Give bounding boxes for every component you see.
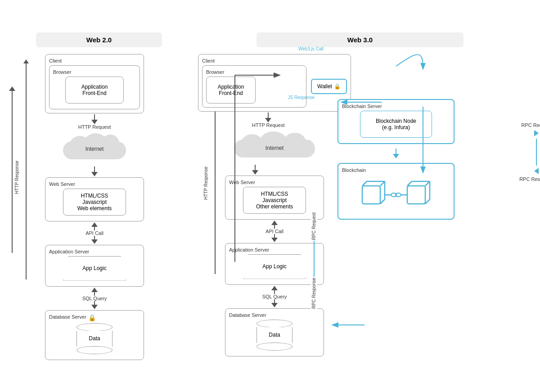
web2-internet-cloud: Internet: [63, 132, 126, 164]
blockchain-svg: [360, 179, 432, 211]
web3-title: Web 3.0: [256, 32, 464, 47]
web2-client-box: Client Browser ApplicationFront-End: [45, 54, 144, 113]
web2-lock-icon: 🔒: [88, 314, 96, 321]
web2-webserver-label: Web Server: [49, 181, 140, 187]
web2-appserver-label: Application Server: [49, 249, 140, 254]
web2-applogic-box: App Logic: [63, 256, 126, 281]
web3-blockchain-server-box: Blockchain Server Blockchain Node(e.g. I…: [338, 99, 454, 144]
web3-sql-arrow: SQL Query: [262, 286, 287, 307]
web3-wallet-lock-icon: 🔒: [334, 83, 341, 90]
web3-rpc-labels: RPC Request RPC Response: [310, 212, 317, 310]
web2-sql-label: SQL Query: [82, 296, 107, 301]
web3-blockchain-server-label: Blockchain Server: [342, 104, 450, 109]
web3-client-inner: Browser ApplicationFront-End Wallet 🔒: [202, 65, 347, 108]
web3-http-response-side: HTTP Response: [203, 167, 208, 200]
web3-dbserver-box: Database Server Data: [225, 308, 324, 356]
web2-appserver-box: Application Server App Logic: [45, 245, 144, 287]
web2-http-request-label: HTTP Request: [78, 124, 111, 130]
web3-api-arrow: API Call: [266, 221, 284, 242]
web2-title: Web 2.0: [36, 32, 162, 47]
web3-webserver-content: HTML/CSSJavascriptOther elements: [243, 187, 306, 214]
web3-layout: HTTP Response Client Browser Application…: [202, 54, 518, 356]
web2-frontend-box: ApplicationFront-End: [65, 77, 124, 104]
web3-blockchain-visual: [342, 175, 450, 215]
web3-rpc-response-far: RPC Response: [519, 176, 540, 182]
web3-internet-label: Internet: [266, 145, 284, 151]
web3-api-label: API Call: [266, 229, 284, 234]
web3-applogic-box: App Logic: [243, 254, 306, 279]
web3-appserver-box: Application Server App Logic: [225, 243, 324, 285]
web3-rpc-request-mid: RPC Request: [310, 212, 317, 241]
web3-http-request-label: HTTP Request: [252, 122, 285, 128]
svg-line-11: [407, 181, 412, 186]
web3-blockchain-label: Blockchain: [342, 167, 450, 173]
web3-dbserver-label: Database Server: [229, 312, 320, 318]
web3-far-right-rpc: RPC Request RPC Response: [519, 122, 540, 182]
web3-webserver-box: Web Server HTML/CSSJavascriptOther eleme…: [225, 176, 324, 220]
web3-internet-cloud: Internet: [234, 131, 315, 162]
web2-dbserver-label: Database Server: [49, 314, 86, 320]
web3-rpc-response-mid: RPC Response: [310, 277, 317, 310]
svg-line-2: [380, 181, 385, 186]
web3-blockchain-arrow-down: [338, 149, 454, 158]
web3-webserver-label: Web Server: [229, 180, 320, 185]
web2-frontend-label: ApplicationFront-End: [81, 84, 108, 96]
web3-center-col: Client Browser ApplicationFront-End: [225, 54, 324, 356]
svg-line-1: [362, 181, 367, 186]
web2-browser-box: Browser ApplicationFront-End: [49, 65, 140, 109]
web3-browser-label: Browser: [206, 69, 302, 75]
web3-right-col: Blockchain Server Blockchain Node(e.g. I…: [338, 99, 454, 356]
web3-left-col: HTTP Response Client Browser Application…: [202, 54, 328, 356]
web3-rpc-request-far: RPC Request: [521, 122, 540, 128]
web2-applogic-label: App Logic: [82, 265, 106, 271]
web2-data-label: Data: [89, 335, 100, 342]
web2-internet-label: Internet: [86, 146, 104, 152]
web3-sql-label: SQL Query: [262, 294, 287, 299]
web3-blockchain-box: Blockchain: [338, 163, 454, 220]
web3js-call-label: Web3.js Call: [298, 46, 324, 51]
web3-applogic-label: App Logic: [262, 263, 286, 270]
web2-api-arrow: API Call: [86, 222, 104, 244]
web3-http-request-arrow: HTTP Request: [252, 113, 285, 128]
svg-line-3: [380, 199, 385, 204]
web2-dbserver-header: Database Server 🔒: [49, 314, 140, 321]
svg-line-13: [425, 199, 430, 204]
web3-js-response-label: JS Response: [288, 95, 315, 100]
web3-data-label: Data: [269, 332, 280, 338]
web2-http-request-arrow: HTTP Request: [78, 114, 111, 130]
web3-client-box: Client Browser ApplicationFront-End: [198, 54, 351, 112]
web3-frontend-box: ApplicationFront-End: [206, 77, 256, 104]
web2-client-label: Client: [49, 58, 140, 63]
svg-rect-0: [362, 186, 380, 204]
web3-wallet-label: Wallet: [317, 83, 332, 90]
web3-client-label: Client: [202, 58, 347, 63]
web3-arrow-after-internet: [252, 165, 258, 175]
web2-main-column: Client Browser ApplicationFront-End HTTP…: [36, 54, 153, 360]
web3-appserver-label: Application Server: [229, 247, 320, 252]
web2-webserver-content: HTML/CSSJavascriptWeb elements: [63, 189, 126, 216]
web2-arrow-after-internet: [91, 167, 98, 176]
web3-wallet-box: Wallet 🔒: [311, 79, 347, 94]
web3-browser-box: Browser ApplicationFront-End: [202, 65, 306, 108]
web2-http-response-side: HTTP Response: [14, 161, 19, 194]
svg-rect-10: [407, 186, 425, 204]
web2-cylinder: Data: [49, 323, 140, 354]
web3-cylinder: Data: [229, 320, 320, 351]
svg-line-12: [425, 181, 430, 186]
web2-dbserver-box: Database Server 🔒 Data: [45, 310, 144, 360]
web2-api-label: API Call: [86, 230, 104, 236]
web2-sql-arrow: SQL Query: [82, 288, 107, 309]
web3-blockchain-node-box: Blockchain Node(e.g. Infura): [360, 111, 432, 138]
web2-response-line: [23, 59, 29, 279]
web2-browser-label: Browser: [53, 69, 136, 75]
web2-webserver-box: Web Server HTML/CSSJavascriptWeb element…: [45, 177, 144, 221]
